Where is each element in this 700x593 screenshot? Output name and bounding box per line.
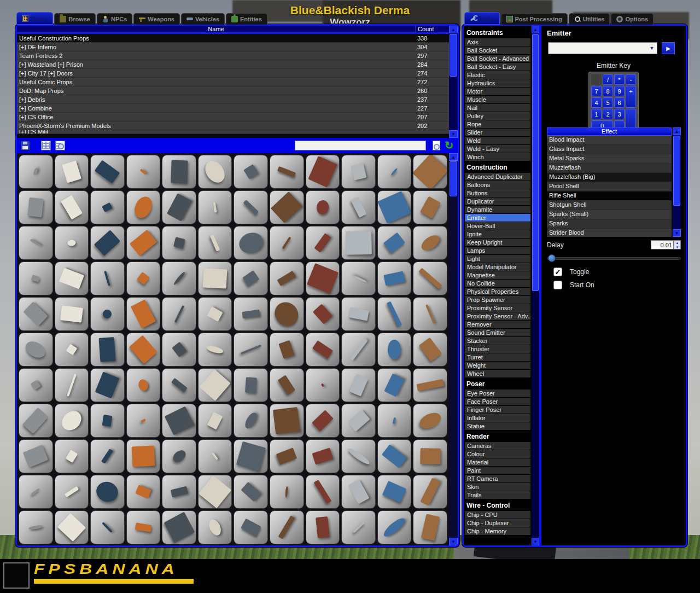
numpad-key-4[interactable]: 4	[591, 97, 602, 108]
effect-row-blood-impact[interactable]: Blood Impact	[547, 136, 672, 145]
tool-menu-item-muscle[interactable]: Muscle	[465, 96, 530, 103]
prop-thumbnail[interactable]	[341, 475, 376, 509]
tool-menu-item-skin[interactable]: Skin	[465, 483, 530, 491]
tool-menu-item-finger-poser[interactable]: Finger Poser	[465, 406, 530, 414]
prop-thumbnail[interactable]	[377, 510, 412, 544]
prop-thumbnail[interactable]	[270, 297, 304, 331]
tool-menu-item-elastic[interactable]: Elastic	[465, 71, 530, 79]
prop-thumbnail[interactable]	[126, 297, 161, 331]
tool-menu-item-rt-camera[interactable]: RT Camera	[465, 475, 530, 482]
tool-menu-item-hover-ball[interactable]: Hover-Ball	[465, 222, 530, 230]
prop-thumbnail[interactable]	[90, 475, 125, 509]
prop-thumbnail[interactable]	[270, 510, 304, 544]
effect-row-sparks-small-[interactable]: Sparks (Small)	[547, 210, 672, 219]
prop-thumbnail[interactable]	[19, 190, 53, 224]
tool-menu-item-weight[interactable]: Weight	[465, 362, 530, 369]
prop-thumbnail[interactable]	[162, 439, 196, 473]
prop-thumbnail[interactable]	[234, 439, 268, 473]
tool-menu-item-prop-spawner[interactable]: Prop Spawner	[465, 296, 530, 304]
prop-thumbnail[interactable]	[19, 475, 53, 509]
prop-thumbnail[interactable]	[413, 261, 447, 295]
numpad-key-9[interactable]: 9	[614, 86, 625, 96]
tool-menu-item-weld[interactable]: Weld	[465, 137, 530, 144]
tab-tools[interactable]: Tools	[464, 12, 500, 25]
prop-thumbnail[interactable]	[198, 333, 232, 367]
prop-thumbnail[interactable]	[306, 439, 340, 473]
prop-thumbnail[interactable]	[341, 404, 376, 438]
tool-menu-item-sound-emitter[interactable]: Sound Emitter	[465, 329, 530, 336]
tool-menu-item-buttons[interactable]: Buttons	[465, 189, 530, 197]
prop-thumbnail[interactable]	[162, 404, 196, 438]
slider-knob[interactable]	[548, 254, 556, 262]
tool-menu-item-winch[interactable]: Winch	[465, 153, 530, 161]
tab-options[interactable]: Options	[611, 13, 654, 25]
prop-thumbnail[interactable]	[90, 368, 125, 402]
prop-thumbnail[interactable]	[341, 439, 376, 473]
prop-category-row[interactable]: [+] City 17 [+] Doors274	[17, 69, 449, 78]
prop-category-row[interactable]: Useful Comic Props272	[17, 78, 449, 86]
prop-thumbnail[interactable]	[341, 190, 376, 224]
tab-props[interactable]: Props	[16, 12, 53, 25]
prop-thumbnail[interactable]	[413, 439, 447, 473]
tool-menu-item-ball-socket-advanced[interactable]: Ball Socket - Advanced	[465, 55, 530, 62]
prop-thumbnail[interactable]	[413, 155, 447, 189]
tool-menu-item-face-poser[interactable]: Face Poser	[465, 398, 530, 405]
spinner-down-icon[interactable]: ▼	[674, 245, 680, 249]
prop-thumbnail[interactable]	[306, 510, 340, 544]
scrollbar-thumb[interactable]	[450, 161, 457, 196]
tool-menu-item-advanced-duplicator[interactable]: Advanced Duplicator	[465, 173, 530, 181]
tool-menu-item-rope[interactable]: Rope	[465, 120, 530, 128]
tool-menu-item-stacker[interactable]: Stacker	[465, 337, 530, 345]
prop-thumbnail[interactable]	[306, 297, 340, 331]
prop-thumbnail[interactable]	[377, 155, 412, 189]
prop-thumbnail[interactable]	[234, 510, 268, 544]
list-search-icon[interactable]	[55, 141, 65, 150]
effect-row-sparks[interactable]: Sparks	[547, 219, 672, 229]
prop-thumbnail[interactable]	[90, 261, 125, 295]
prop-thumbnail[interactable]	[55, 226, 89, 260]
prop-thumbnail[interactable]	[377, 297, 412, 331]
prop-thumbnail[interactable]	[341, 261, 376, 295]
tool-menu-item-nail[interactable]: Nail	[465, 104, 530, 112]
tool-menu-item-turret[interactable]: Turret	[465, 353, 530, 361]
scroll-down-icon[interactable]: ▼	[449, 538, 458, 545]
search-input[interactable]	[295, 141, 426, 150]
tool-menu-item-proximity-sensor[interactable]: Proximity Sensor	[465, 304, 530, 312]
prop-thumbnail[interactable]	[90, 155, 125, 189]
tool-menu-item-slider[interactable]: Slider	[465, 129, 530, 136]
tab-vehicles[interactable]: Vehicles	[181, 13, 225, 25]
refresh-icon[interactable]: ↻	[445, 141, 454, 150]
prop-thumbnail[interactable]	[162, 510, 196, 544]
prop-thumbnail[interactable]	[198, 439, 232, 473]
prop-thumbnail[interactable]	[306, 368, 340, 402]
start-on-checkbox[interactable]	[553, 281, 562, 289]
effect-row-glass-impact[interactable]: Glass Impact	[547, 145, 672, 154]
tab-entities[interactable]: Entities	[226, 13, 267, 25]
save-icon[interactable]	[20, 141, 30, 150]
numpad-key-5[interactable]: 5	[603, 97, 613, 108]
numpad-key--[interactable]: -	[626, 74, 636, 85]
tab-browse[interactable]: Browse	[54, 13, 96, 25]
prop-thumbnail[interactable]	[413, 368, 447, 402]
prop-thumbnail[interactable]	[55, 333, 89, 367]
scroll-up-icon[interactable]: ▲	[449, 153, 458, 161]
prop-thumbnail[interactable]	[270, 333, 304, 367]
prop-thumbnail[interactable]	[377, 190, 412, 224]
scroll-down-icon[interactable]: ▼	[673, 229, 681, 237]
delay-input[interactable]	[651, 240, 674, 249]
effect-row-strider-blood[interactable]: Strider Blood	[547, 229, 672, 237]
prop-thumbnail[interactable]	[126, 475, 161, 509]
prop-thumbnail[interactable]	[55, 475, 89, 509]
prop-thumbnail[interactable]	[306, 155, 340, 189]
tool-menu-item-no-collide[interactable]: No Collide	[465, 280, 530, 287]
prop-thumbnail[interactable]	[377, 368, 412, 402]
prop-thumbnail[interactable]	[234, 297, 268, 331]
prop-thumbnail[interactable]	[55, 368, 89, 402]
prop-thumbnail[interactable]	[162, 261, 196, 295]
numpad-key-2[interactable]: 2	[603, 109, 613, 119]
numpad-key-7[interactable]: 7	[591, 86, 602, 96]
prop-thumbnail[interactable]	[377, 475, 412, 509]
prop-thumbnail[interactable]	[126, 510, 161, 544]
prop-thumbnail[interactable]	[234, 475, 268, 509]
tool-menu-item-light[interactable]: Light	[465, 255, 530, 263]
